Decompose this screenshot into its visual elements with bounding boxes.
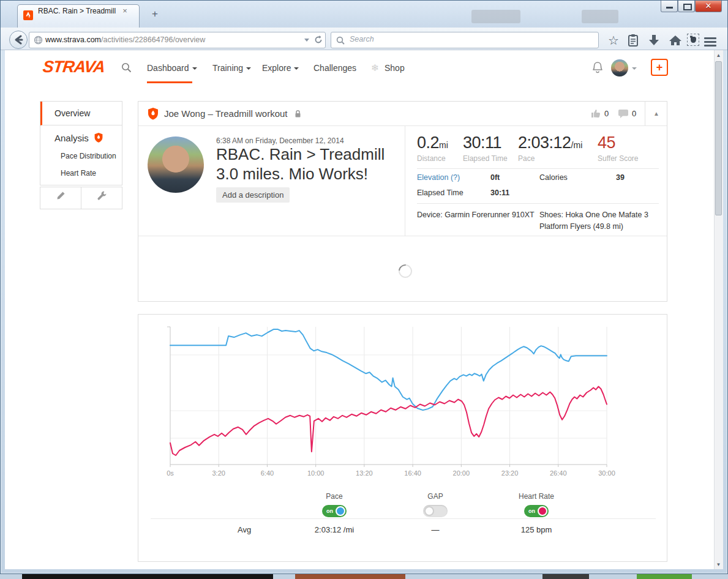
collapse-card-button[interactable]: ▲ xyxy=(645,102,667,125)
kudos-count: 0 xyxy=(604,109,609,118)
desktop-peek-dark xyxy=(22,574,273,579)
activity-chart[interactable]: 0s3:206:4010:0013:2016:4020:0023:2026:40… xyxy=(138,315,668,489)
nav-item-label: Dashboard xyxy=(147,63,189,73)
actions-wrench-button[interactable] xyxy=(81,187,122,209)
divider xyxy=(417,168,659,169)
bookmark-star-icon[interactable]: ☆ xyxy=(606,34,621,47)
browser-search-input[interactable] xyxy=(348,34,584,44)
x-tick-label: 23:20 xyxy=(501,469,519,477)
nav-item-label: Challenges xyxy=(313,63,356,73)
toggle-pace[interactable]: on xyxy=(322,505,347,517)
url-text[interactable]: www.strava.com/activities/228664796/over… xyxy=(45,35,205,44)
stat-suffer-score: 45Suffer Score xyxy=(598,133,638,163)
activity-owner-title[interactable]: Joe Wong – Treadmill workout xyxy=(164,108,301,120)
nav-item-shop[interactable]: ❄Shop xyxy=(385,63,405,73)
legend-group-heart-rate: Heart Rateon xyxy=(500,492,573,517)
nav-item-training[interactable]: Training xyxy=(212,63,251,73)
nav-item-label: Shop xyxy=(385,63,405,73)
x-tick-label: 16:40 xyxy=(404,469,421,477)
x-tick-label: 3:20 xyxy=(212,469,225,477)
legend-group-pace: Paceon xyxy=(298,492,371,517)
bookmarks-menu-icon[interactable] xyxy=(627,34,639,50)
toggle-gap[interactable] xyxy=(423,505,448,517)
activity-title: RBAC. Rain > Treadmill 3.0 miles. Mio Wo… xyxy=(216,145,409,184)
notifications-bell-icon[interactable] xyxy=(591,61,604,77)
athlete-photo[interactable] xyxy=(148,136,204,193)
analysis-chart-card: 0s3:206:4010:0013:2016:4020:0023:2026:40… xyxy=(138,314,667,562)
avg-value-2: 125 bpm xyxy=(500,525,573,534)
profile-chevron-down-icon[interactable] xyxy=(632,67,637,70)
maximize-icon xyxy=(683,4,692,10)
minimize-button[interactable] xyxy=(661,1,678,12)
downloads-icon[interactable] xyxy=(648,34,660,50)
toggle-heart-rate[interactable]: on xyxy=(524,505,549,517)
comment-count: 0 xyxy=(632,109,636,118)
toggle-knob xyxy=(424,506,434,516)
legend-label: GAP xyxy=(399,492,472,501)
user-avatar[interactable] xyxy=(611,59,628,77)
stat-value: 30:11 xyxy=(463,133,501,152)
sidebar-item-heart-rate[interactable]: Heart Rate xyxy=(40,165,122,185)
back-arrow-icon xyxy=(10,31,27,48)
nav-item-label: Explore xyxy=(262,63,291,73)
evernote-clipper-icon[interactable] xyxy=(687,34,699,46)
add-activity-button[interactable]: + xyxy=(651,59,668,76)
device-info: Device: Garmin Forerunner 910XT xyxy=(417,209,536,221)
stat-label: Suffer Score xyxy=(598,154,638,163)
nav-item-challenges[interactable]: Challenges xyxy=(313,63,356,73)
activity-card: Joe Wong – Treadmill workout 0 0 ▲ 6:38 … xyxy=(138,101,667,302)
tab-close-icon[interactable]: × xyxy=(120,6,130,15)
detail-elevation[interactable]: Elevation (?) xyxy=(417,173,460,182)
private-lock-icon xyxy=(295,110,301,120)
back-button[interactable] xyxy=(9,31,28,49)
nav-item-explore[interactable]: Explore xyxy=(262,63,299,73)
reload-icon[interactable] xyxy=(313,35,323,47)
stat-value: 0.2 xyxy=(417,133,439,152)
new-tab-button[interactable]: + xyxy=(147,8,163,21)
series-line-pace[interactable] xyxy=(170,329,607,410)
globe-icon xyxy=(34,35,43,47)
strava-search-icon[interactable] xyxy=(121,62,132,75)
stat-label: Distance xyxy=(417,154,448,163)
menu-hamburger-icon[interactable] xyxy=(704,35,719,49)
stat-unit: mi xyxy=(439,140,448,150)
desktop-peek-rust xyxy=(295,574,405,579)
scroll-up-icon[interactable]: ▲ xyxy=(716,53,721,58)
home-icon[interactable] xyxy=(669,34,682,50)
legend-group-gap: GAP xyxy=(399,492,472,517)
browser-search-bar[interactable] xyxy=(331,32,599,48)
sidebar-item-analysis[interactable]: Analysis xyxy=(40,125,122,148)
x-tick-label: 20:00 xyxy=(453,469,470,477)
desktop-peek-green xyxy=(637,574,692,579)
desktop-peek-gray xyxy=(542,574,589,579)
close-button[interactable]: ✕ xyxy=(695,1,722,12)
avg-row-label: Avg xyxy=(238,525,251,534)
kudos-thumb-icon[interactable] xyxy=(590,108,601,121)
search-icon xyxy=(336,36,345,47)
detail-39: 39 xyxy=(616,173,625,182)
sidebar-item-pace-distribution[interactable]: Pace Distribution xyxy=(40,148,122,165)
url-dropdown-icon[interactable] xyxy=(304,39,309,42)
activity-sidebar: OverviewAnalysisPace DistributionHeart R… xyxy=(40,101,122,185)
shoes-info[interactable]: Shoes: Hoka One One Mafate 3 Platform Fl… xyxy=(539,209,659,233)
premium-shield-icon xyxy=(94,132,103,145)
maximize-button[interactable] xyxy=(678,1,695,12)
chevron-down-icon xyxy=(294,67,299,70)
sidebar-item-overview[interactable]: Overview xyxy=(40,102,122,125)
edit-activity-button[interactable] xyxy=(40,187,81,209)
nav-item-dashboard[interactable]: Dashboard xyxy=(147,63,197,73)
add-description-button[interactable]: Add a description xyxy=(216,187,290,203)
strava-logo[interactable]: STRAVA xyxy=(42,58,105,77)
x-tick-label: 26:40 xyxy=(550,469,567,477)
loading-spinner-icon xyxy=(396,262,415,281)
avg-value-0: 2:03:12 /mi xyxy=(298,525,371,534)
scroll-down-icon[interactable]: ▼ xyxy=(716,562,721,567)
wrench-icon xyxy=(97,190,107,201)
scrollbar-thumb[interactable] xyxy=(715,61,722,215)
comment-icon[interactable] xyxy=(618,109,629,121)
snowflake-icon: ❄ xyxy=(371,62,379,73)
pencil-icon xyxy=(56,191,66,201)
series-line-heart-rate[interactable] xyxy=(170,387,607,456)
active-nav-underline xyxy=(147,81,192,83)
chevron-down-icon xyxy=(192,67,197,70)
